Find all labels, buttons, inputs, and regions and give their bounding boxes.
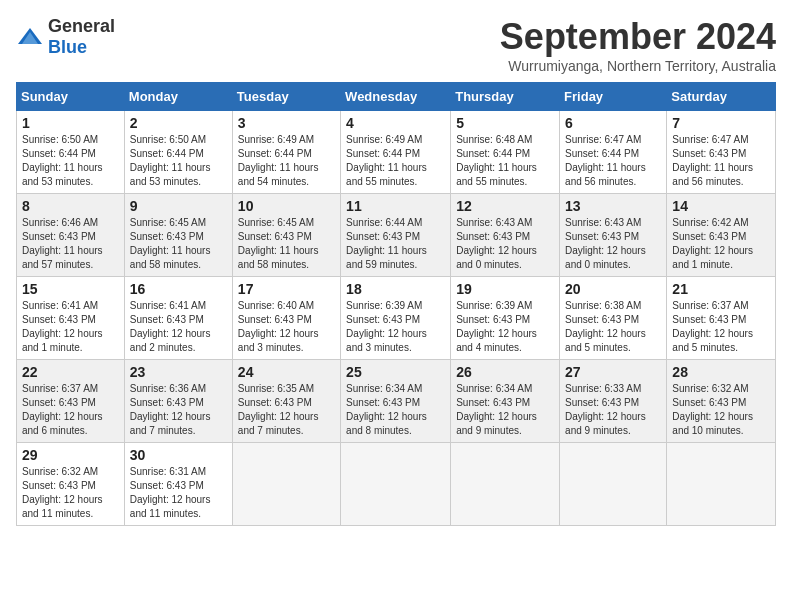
calendar-cell: 23Sunrise: 6:36 AM Sunset: 6:43 PM Dayli…	[124, 360, 232, 443]
day-number: 3	[238, 115, 335, 131]
day-detail: Sunrise: 6:32 AM Sunset: 6:43 PM Dayligh…	[22, 465, 119, 521]
day-number: 30	[130, 447, 227, 463]
calendar-cell: 17Sunrise: 6:40 AM Sunset: 6:43 PM Dayli…	[232, 277, 340, 360]
day-detail: Sunrise: 6:42 AM Sunset: 6:43 PM Dayligh…	[672, 216, 770, 272]
logo-icon	[16, 26, 44, 48]
calendar-cell: 9Sunrise: 6:45 AM Sunset: 6:43 PM Daylig…	[124, 194, 232, 277]
day-number: 12	[456, 198, 554, 214]
day-number: 11	[346, 198, 445, 214]
calendar-cell: 12Sunrise: 6:43 AM Sunset: 6:43 PM Dayli…	[451, 194, 560, 277]
calendar-cell: 22Sunrise: 6:37 AM Sunset: 6:43 PM Dayli…	[17, 360, 125, 443]
day-detail: Sunrise: 6:37 AM Sunset: 6:43 PM Dayligh…	[22, 382, 119, 438]
logo-general: General	[48, 16, 115, 36]
day-detail: Sunrise: 6:35 AM Sunset: 6:43 PM Dayligh…	[238, 382, 335, 438]
week-row-4: 22Sunrise: 6:37 AM Sunset: 6:43 PM Dayli…	[17, 360, 776, 443]
day-number: 24	[238, 364, 335, 380]
header-row: SundayMondayTuesdayWednesdayThursdayFrid…	[17, 83, 776, 111]
day-number: 8	[22, 198, 119, 214]
header-saturday: Saturday	[667, 83, 776, 111]
calendar-cell	[667, 443, 776, 526]
day-detail: Sunrise: 6:50 AM Sunset: 6:44 PM Dayligh…	[22, 133, 119, 189]
calendar-cell: 25Sunrise: 6:34 AM Sunset: 6:43 PM Dayli…	[341, 360, 451, 443]
day-detail: Sunrise: 6:32 AM Sunset: 6:43 PM Dayligh…	[672, 382, 770, 438]
calendar-cell	[341, 443, 451, 526]
day-number: 5	[456, 115, 554, 131]
day-number: 13	[565, 198, 661, 214]
logo-text: General Blue	[48, 16, 115, 58]
calendar-cell: 3Sunrise: 6:49 AM Sunset: 6:44 PM Daylig…	[232, 111, 340, 194]
calendar-cell: 13Sunrise: 6:43 AM Sunset: 6:43 PM Dayli…	[560, 194, 667, 277]
week-row-2: 8Sunrise: 6:46 AM Sunset: 6:43 PM Daylig…	[17, 194, 776, 277]
day-detail: Sunrise: 6:39 AM Sunset: 6:43 PM Dayligh…	[456, 299, 554, 355]
logo-blue: Blue	[48, 37, 87, 57]
calendar-cell: 26Sunrise: 6:34 AM Sunset: 6:43 PM Dayli…	[451, 360, 560, 443]
calendar-cell: 10Sunrise: 6:45 AM Sunset: 6:43 PM Dayli…	[232, 194, 340, 277]
day-number: 25	[346, 364, 445, 380]
calendar-cell: 1Sunrise: 6:50 AM Sunset: 6:44 PM Daylig…	[17, 111, 125, 194]
header-thursday: Thursday	[451, 83, 560, 111]
day-number: 10	[238, 198, 335, 214]
day-detail: Sunrise: 6:37 AM Sunset: 6:43 PM Dayligh…	[672, 299, 770, 355]
day-detail: Sunrise: 6:45 AM Sunset: 6:43 PM Dayligh…	[130, 216, 227, 272]
week-row-1: 1Sunrise: 6:50 AM Sunset: 6:44 PM Daylig…	[17, 111, 776, 194]
day-number: 14	[672, 198, 770, 214]
day-detail: Sunrise: 6:40 AM Sunset: 6:43 PM Dayligh…	[238, 299, 335, 355]
day-number: 21	[672, 281, 770, 297]
day-number: 27	[565, 364, 661, 380]
calendar-cell: 20Sunrise: 6:38 AM Sunset: 6:43 PM Dayli…	[560, 277, 667, 360]
day-detail: Sunrise: 6:50 AM Sunset: 6:44 PM Dayligh…	[130, 133, 227, 189]
month-title: September 2024	[500, 16, 776, 58]
day-detail: Sunrise: 6:48 AM Sunset: 6:44 PM Dayligh…	[456, 133, 554, 189]
header-wednesday: Wednesday	[341, 83, 451, 111]
day-detail: Sunrise: 6:47 AM Sunset: 6:44 PM Dayligh…	[565, 133, 661, 189]
day-number: 29	[22, 447, 119, 463]
calendar-cell: 24Sunrise: 6:35 AM Sunset: 6:43 PM Dayli…	[232, 360, 340, 443]
day-detail: Sunrise: 6:41 AM Sunset: 6:43 PM Dayligh…	[130, 299, 227, 355]
location-subtitle: Wurrumiyanga, Northern Territory, Austra…	[500, 58, 776, 74]
day-number: 17	[238, 281, 335, 297]
calendar-cell: 2Sunrise: 6:50 AM Sunset: 6:44 PM Daylig…	[124, 111, 232, 194]
day-detail: Sunrise: 6:36 AM Sunset: 6:43 PM Dayligh…	[130, 382, 227, 438]
day-detail: Sunrise: 6:39 AM Sunset: 6:43 PM Dayligh…	[346, 299, 445, 355]
calendar-table: SundayMondayTuesdayWednesdayThursdayFrid…	[16, 82, 776, 526]
calendar-cell	[560, 443, 667, 526]
calendar-cell: 19Sunrise: 6:39 AM Sunset: 6:43 PM Dayli…	[451, 277, 560, 360]
day-detail: Sunrise: 6:43 AM Sunset: 6:43 PM Dayligh…	[565, 216, 661, 272]
calendar-cell: 7Sunrise: 6:47 AM Sunset: 6:43 PM Daylig…	[667, 111, 776, 194]
day-number: 18	[346, 281, 445, 297]
day-number: 28	[672, 364, 770, 380]
calendar-cell: 8Sunrise: 6:46 AM Sunset: 6:43 PM Daylig…	[17, 194, 125, 277]
day-detail: Sunrise: 6:49 AM Sunset: 6:44 PM Dayligh…	[346, 133, 445, 189]
day-detail: Sunrise: 6:45 AM Sunset: 6:43 PM Dayligh…	[238, 216, 335, 272]
day-detail: Sunrise: 6:38 AM Sunset: 6:43 PM Dayligh…	[565, 299, 661, 355]
day-number: 1	[22, 115, 119, 131]
day-number: 23	[130, 364, 227, 380]
calendar-cell: 5Sunrise: 6:48 AM Sunset: 6:44 PM Daylig…	[451, 111, 560, 194]
calendar-cell: 4Sunrise: 6:49 AM Sunset: 6:44 PM Daylig…	[341, 111, 451, 194]
calendar-cell: 27Sunrise: 6:33 AM Sunset: 6:43 PM Dayli…	[560, 360, 667, 443]
day-number: 19	[456, 281, 554, 297]
calendar-cell: 15Sunrise: 6:41 AM Sunset: 6:43 PM Dayli…	[17, 277, 125, 360]
day-number: 26	[456, 364, 554, 380]
day-detail: Sunrise: 6:43 AM Sunset: 6:43 PM Dayligh…	[456, 216, 554, 272]
title-block: September 2024 Wurrumiyanga, Northern Te…	[500, 16, 776, 74]
calendar-cell	[451, 443, 560, 526]
day-detail: Sunrise: 6:46 AM Sunset: 6:43 PM Dayligh…	[22, 216, 119, 272]
day-detail: Sunrise: 6:47 AM Sunset: 6:43 PM Dayligh…	[672, 133, 770, 189]
day-number: 9	[130, 198, 227, 214]
calendar-cell: 14Sunrise: 6:42 AM Sunset: 6:43 PM Dayli…	[667, 194, 776, 277]
day-detail: Sunrise: 6:33 AM Sunset: 6:43 PM Dayligh…	[565, 382, 661, 438]
day-detail: Sunrise: 6:44 AM Sunset: 6:43 PM Dayligh…	[346, 216, 445, 272]
day-detail: Sunrise: 6:49 AM Sunset: 6:44 PM Dayligh…	[238, 133, 335, 189]
page-header: General Blue September 2024 Wurrumiyanga…	[16, 16, 776, 74]
calendar-cell: 29Sunrise: 6:32 AM Sunset: 6:43 PM Dayli…	[17, 443, 125, 526]
week-row-5: 29Sunrise: 6:32 AM Sunset: 6:43 PM Dayli…	[17, 443, 776, 526]
day-detail: Sunrise: 6:41 AM Sunset: 6:43 PM Dayligh…	[22, 299, 119, 355]
week-row-3: 15Sunrise: 6:41 AM Sunset: 6:43 PM Dayli…	[17, 277, 776, 360]
logo: General Blue	[16, 16, 115, 58]
day-detail: Sunrise: 6:34 AM Sunset: 6:43 PM Dayligh…	[456, 382, 554, 438]
header-tuesday: Tuesday	[232, 83, 340, 111]
calendar-cell: 6Sunrise: 6:47 AM Sunset: 6:44 PM Daylig…	[560, 111, 667, 194]
day-number: 7	[672, 115, 770, 131]
day-number: 15	[22, 281, 119, 297]
